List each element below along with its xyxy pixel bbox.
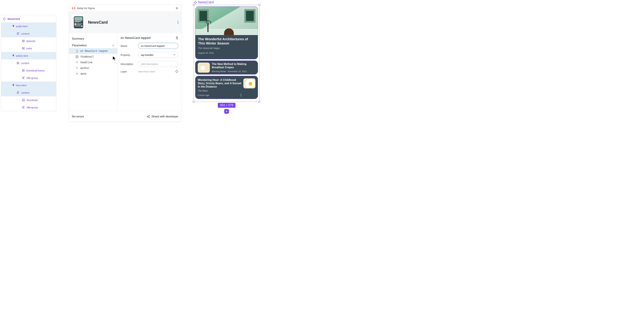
layer-row-article-item[interactable]: article-item xyxy=(1,52,56,60)
frame-icon xyxy=(22,47,24,50)
autolayout-icon xyxy=(22,106,25,108)
svg-rect-21 xyxy=(22,77,25,77)
svg-rect-27 xyxy=(17,93,19,94)
svg-rect-34 xyxy=(74,17,82,21)
svg-rect-5 xyxy=(17,32,19,33)
add-parameter-icon[interactable] xyxy=(112,44,114,47)
add-variant-button[interactable]: + xyxy=(224,109,229,114)
article-date: November 10, 2021 xyxy=(228,70,247,73)
autolayout-icon xyxy=(17,32,19,34)
layer-row-thumbnail-frame[interactable]: thumbnail-frame xyxy=(1,67,56,74)
instance-icon xyxy=(12,25,14,27)
resize-handle-tl[interactable] xyxy=(193,4,194,6)
parameters-section-label: Parameters xyxy=(72,44,87,47)
parameter-row-author[interactable]: author xyxy=(69,65,118,71)
svg-point-57 xyxy=(241,96,241,96)
name-input[interactable]: on NewsCard tapped xyxy=(138,43,178,49)
svg-rect-39 xyxy=(77,24,81,25)
share-with-developer-button[interactable]: Share with developer xyxy=(147,115,178,118)
text-icon xyxy=(76,72,78,75)
layer-row-thumbnail[interactable]: thumbnail xyxy=(1,96,56,104)
preview-article-card[interactable]: The New Method to Making Breakfast Crepe… xyxy=(195,60,258,74)
parameter-label: headline xyxy=(80,61,92,64)
svg-rect-10 xyxy=(24,40,24,42)
layers-root-label: NewsCard xyxy=(8,18,20,20)
svg-rect-24 xyxy=(12,84,14,86)
layer-row-meta[interactable]: meta xyxy=(1,44,56,52)
svg-rect-6 xyxy=(17,34,18,34)
layer-label: episode xyxy=(26,40,35,42)
property-select[interactable]: tap-handler xyxy=(138,52,178,58)
layer-row-episode[interactable]: episode xyxy=(1,37,56,44)
component-thumbnail xyxy=(72,15,85,30)
parameter-label: author xyxy=(80,66,90,70)
resize-handle-br[interactable] xyxy=(258,101,260,103)
summary-section-label[interactable]: Summary xyxy=(69,36,118,42)
footer-status: No errors xyxy=(72,115,84,118)
layer-label: content xyxy=(21,32,30,35)
svg-rect-2 xyxy=(3,18,4,20)
overflow-menu-icon[interactable] xyxy=(241,94,241,96)
layer-label: content xyxy=(21,62,29,64)
layer-label: hero-item xyxy=(16,84,26,87)
overflow-menu-icon[interactable] xyxy=(178,21,178,24)
name-input-value: on NewsCard tapped xyxy=(141,44,164,47)
layer-row-audio-item[interactable]: audio-item xyxy=(1,22,56,30)
svg-point-48 xyxy=(147,116,148,117)
close-icon[interactable] xyxy=(176,7,178,10)
preview-selection-frame[interactable]: The Wonderful Architectures of This Wint… xyxy=(194,5,260,102)
resize-handle-bl[interactable] xyxy=(193,101,194,103)
description-input[interactable]: Add description xyxy=(138,61,178,67)
parameter-row-on-NewsCard-tapped[interactable]: on NewsCard tapped xyxy=(69,48,118,54)
svg-rect-0 xyxy=(4,18,5,18)
svg-rect-25 xyxy=(17,92,19,92)
layers-root-row[interactable]: NewsCard xyxy=(1,15,56,22)
svg-point-46 xyxy=(76,56,77,57)
dialog-footer: No errors Share with developer xyxy=(69,111,181,122)
layer-label: audio-item xyxy=(16,25,28,28)
svg-point-44 xyxy=(178,23,178,24)
layer-row-content[interactable]: content xyxy=(1,60,56,67)
parameter-row-date[interactable]: date xyxy=(69,71,118,77)
layer-row-hero-item[interactable]: hero-item xyxy=(1,82,56,89)
frame-icon xyxy=(17,62,19,64)
hero-headline: The Wonderful Architectures of This Wint… xyxy=(198,37,255,46)
delete-icon[interactable] xyxy=(176,36,178,40)
description-placeholder: Add description xyxy=(141,62,158,66)
resize-handle-tr[interactable] xyxy=(258,4,260,6)
svg-rect-9 xyxy=(23,40,24,42)
svg-rect-41 xyxy=(81,26,82,27)
parameter-row-thumbnail[interactable]: thumbnail xyxy=(69,54,118,60)
preview-hero-card[interactable]: The Wonderful Architectures of This Wint… xyxy=(195,6,258,59)
autolayout-icon xyxy=(17,92,19,94)
layer-row-title-group[interactable]: title-group xyxy=(1,74,56,82)
detail-title: on NewsCard tapped xyxy=(120,36,150,40)
layer-row-content[interactable]: content xyxy=(1,30,56,37)
svg-rect-11 xyxy=(22,47,23,50)
component-icon xyxy=(194,1,197,4)
svg-rect-4 xyxy=(12,25,14,27)
layer-row-content[interactable]: content xyxy=(1,89,56,96)
image-icon xyxy=(22,99,25,101)
parameter-row-headline[interactable]: headline xyxy=(69,60,118,65)
svg-point-43 xyxy=(178,22,178,23)
preview-audio-card[interactable]: Wondering Hour: A Childhood Story, Grizz… xyxy=(195,76,258,99)
target-icon[interactable] xyxy=(175,70,178,73)
svg-rect-26 xyxy=(17,92,18,93)
share-label: Share with developer xyxy=(152,115,178,118)
svg-rect-12 xyxy=(23,47,24,50)
svg-rect-15 xyxy=(17,62,17,64)
figma-layers-panel: NewsCard audio-itemcontentepisodemetaart… xyxy=(1,15,56,111)
preview-label[interactable]: NewsCard xyxy=(198,0,214,4)
svg-point-49 xyxy=(149,115,150,116)
svg-rect-32 xyxy=(22,108,24,108)
dialog-header: NewsCard xyxy=(69,12,181,33)
dialog-right-pane: on NewsCard tapped Name on NewsCard tapp… xyxy=(118,33,181,111)
svg-point-50 xyxy=(149,117,150,118)
relay-dialog: Relay for Figma NewsCard Su xyxy=(69,4,182,122)
svg-rect-18 xyxy=(22,69,23,72)
hero-image xyxy=(196,6,258,35)
layer-row-title-group[interactable]: title-group xyxy=(1,104,56,111)
figma-canvas-preview: NewsCard The Wonderful Architectures of … xyxy=(194,0,260,102)
layer-label: thumbnail xyxy=(27,99,38,102)
